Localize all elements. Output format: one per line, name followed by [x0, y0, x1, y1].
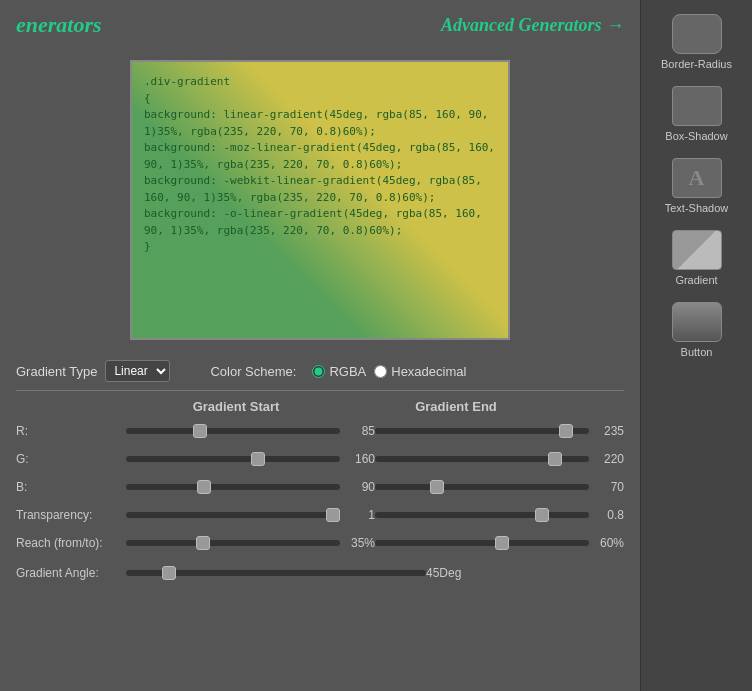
- reach-end-slider-wrapper: [375, 540, 589, 546]
- reach-start-slider-wrapper: [126, 540, 340, 546]
- b-end-slider-wrapper: [375, 484, 589, 490]
- reach-start-container: 35%: [126, 536, 375, 550]
- r-end-slider-wrapper: [375, 428, 589, 434]
- reach-start-slider[interactable]: [126, 540, 340, 546]
- reach-end-slider[interactable]: [375, 540, 589, 546]
- css-line-6: background: -o-linear-gradient(45deg, rg…: [144, 207, 482, 237]
- css-line-7: }: [144, 240, 151, 253]
- angle-value: 45Deg: [426, 566, 461, 580]
- reach-label: Reach (from/to):: [16, 536, 126, 550]
- button-label: Button: [681, 346, 713, 358]
- b-end-container: 70: [375, 480, 624, 494]
- g-end-slider[interactable]: [375, 456, 589, 462]
- column-headers: Gradient Start Gradient End: [16, 399, 624, 414]
- r-start-slider-wrapper: [126, 428, 340, 434]
- reach-end-value: 60%: [589, 536, 624, 550]
- gradient-icon: [672, 230, 722, 270]
- b-start-container: 90: [126, 480, 375, 494]
- col-start-header: Gradient Start: [126, 399, 346, 414]
- g-start-slider-wrapper: [126, 456, 340, 462]
- css-line-1: .div-gradient: [144, 75, 230, 88]
- sidebar-btn-button[interactable]: Button: [657, 298, 737, 362]
- col-end-header: Gradient End: [346, 399, 566, 414]
- color-scheme-group: Color Scheme: RGBA Hexadecimal: [210, 364, 466, 379]
- transparency-end-container: 0.8: [375, 508, 624, 522]
- transparency-end-slider-wrapper: [375, 512, 589, 518]
- gradient-type-row: Gradient Type Linear Radial Color Scheme…: [16, 360, 624, 391]
- r-start-slider[interactable]: [126, 428, 340, 434]
- b-label: B:: [16, 480, 126, 494]
- r-end-container: 235: [375, 424, 624, 438]
- r-end-slider[interactable]: [375, 428, 589, 434]
- g-end-slider-wrapper: [375, 456, 589, 462]
- r-slider-row: R: 85 235: [16, 418, 624, 444]
- transparency-end-slider[interactable]: [375, 512, 589, 518]
- hex-radio[interactable]: [374, 365, 387, 378]
- rgba-option[interactable]: RGBA: [312, 364, 366, 379]
- transparency-start-container: 1: [126, 508, 375, 522]
- transparency-start-value: 1: [340, 508, 375, 522]
- r-start-value: 85: [340, 424, 375, 438]
- b-start-value: 90: [340, 480, 375, 494]
- g-start-slider[interactable]: [126, 456, 340, 462]
- rgba-radio[interactable]: [312, 365, 325, 378]
- b-end-value: 70: [589, 480, 624, 494]
- sidebar-btn-border-radius[interactable]: Border-Radius: [657, 10, 737, 74]
- reach-end-container: 60%: [375, 536, 624, 550]
- top-bar: enerators Advanced Generators →: [0, 0, 640, 50]
- g-start-container: 160: [126, 452, 375, 466]
- css-line-5: background: -webkit-linear-gradient(45de…: [144, 174, 482, 204]
- hex-label: Hexadecimal: [391, 364, 466, 379]
- text-shadow-label: Text-Shadow: [665, 202, 729, 214]
- css-code: .div-gradient { background: linear-gradi…: [144, 74, 496, 256]
- css-line-4: background: -moz-linear-gradient(45deg, …: [144, 141, 495, 171]
- text-shadow-icon: A: [672, 158, 722, 198]
- rgba-label: RGBA: [329, 364, 366, 379]
- r-label: R:: [16, 424, 126, 438]
- reach-slider-row: Reach (from/to): 35% 60%: [16, 530, 624, 556]
- g-slider-row: G: 160 220: [16, 446, 624, 472]
- sidebar-btn-box-shadow[interactable]: Box-Shadow: [657, 82, 737, 146]
- transparency-slider-row: Transparency: 1 0.8: [16, 502, 624, 528]
- b-end-slider[interactable]: [375, 484, 589, 490]
- hex-option[interactable]: Hexadecimal: [374, 364, 466, 379]
- border-radius-icon: [672, 14, 722, 54]
- gradient-preview-box: .div-gradient { background: linear-gradi…: [130, 60, 510, 340]
- box-shadow-icon: [672, 86, 722, 126]
- g-end-container: 220: [375, 452, 624, 466]
- angle-row: Gradient Angle: 45Deg: [16, 560, 624, 586]
- transparency-end-value: 0.8: [589, 508, 624, 522]
- header-right-link[interactable]: Advanced Generators →: [441, 15, 624, 36]
- b-start-slider[interactable]: [126, 484, 340, 490]
- controls-area: Gradient Type Linear Radial Color Scheme…: [0, 350, 640, 691]
- angle-slider-full: 45Deg: [126, 566, 624, 580]
- g-end-value: 220: [589, 452, 624, 466]
- r-end-value: 235: [589, 424, 624, 438]
- color-scheme-label: Color Scheme:: [210, 364, 296, 379]
- header-left-title: enerators: [16, 12, 102, 38]
- sidebar-btn-text-shadow[interactable]: A Text-Shadow: [657, 154, 737, 218]
- gradient-type-select[interactable]: Linear Radial: [105, 360, 170, 382]
- css-line-2: {: [144, 92, 151, 105]
- angle-slider[interactable]: [126, 570, 426, 576]
- box-shadow-label: Box-Shadow: [665, 130, 727, 142]
- preview-container: .div-gradient { background: linear-gradi…: [0, 50, 640, 350]
- transparency-start-slider[interactable]: [126, 512, 340, 518]
- transparency-label: Transparency:: [16, 508, 126, 522]
- border-radius-label: Border-Radius: [661, 58, 732, 70]
- button-icon: [672, 302, 722, 342]
- reach-start-value: 35%: [340, 536, 375, 550]
- b-start-slider-wrapper: [126, 484, 340, 490]
- right-sidebar: Border-Radius Box-Shadow A Text-Shadow G…: [640, 0, 752, 691]
- sliders-section: Gradient Start Gradient End R: 85 235: [16, 399, 624, 586]
- main-area: enerators Advanced Generators → .div-gra…: [0, 0, 640, 691]
- g-label: G:: [16, 452, 126, 466]
- gradient-label: Gradient: [675, 274, 717, 286]
- gradient-type-label: Gradient Type: [16, 364, 97, 379]
- transparency-start-slider-wrapper: [126, 512, 340, 518]
- css-line-3: background: linear-gradient(45deg, rgba(…: [144, 108, 488, 138]
- r-start-container: 85: [126, 424, 375, 438]
- sidebar-btn-gradient[interactable]: Gradient: [657, 226, 737, 290]
- g-start-value: 160: [340, 452, 375, 466]
- b-slider-row: B: 90 70: [16, 474, 624, 500]
